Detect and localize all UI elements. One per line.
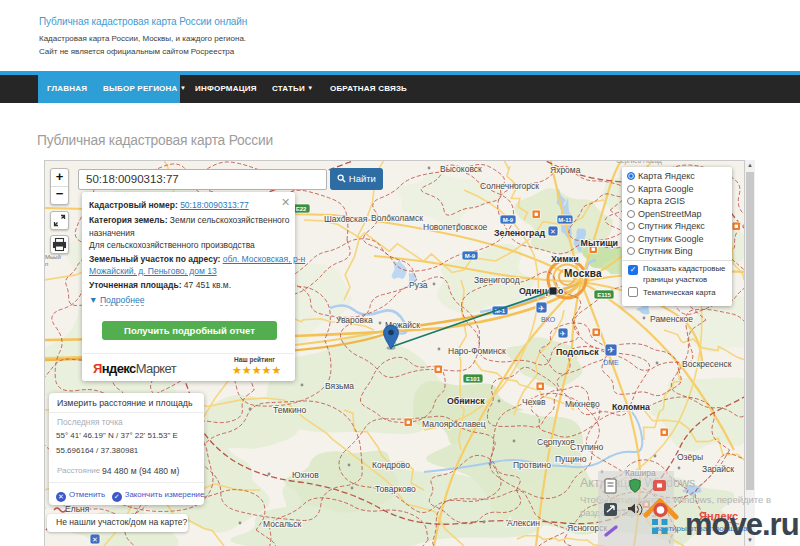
svg-text:E22: E22 bbox=[296, 206, 307, 212]
svg-text:Раменское: Раменское bbox=[650, 314, 693, 324]
svg-text:Протвино: Протвино bbox=[513, 460, 551, 470]
svg-text:М-11: М-11 bbox=[558, 217, 572, 223]
svg-text:DME: DME bbox=[603, 359, 619, 366]
svg-text:Волоколамск: Волоколамск bbox=[371, 213, 423, 223]
svg-text:М-9: М-9 bbox=[465, 253, 476, 259]
svg-text:E115: E115 bbox=[597, 292, 611, 298]
svg-text:Кондрово: Кондрово bbox=[372, 460, 410, 470]
svg-text:Москва: Москва bbox=[564, 268, 602, 279]
svg-text:Озёры: Озёры bbox=[677, 452, 703, 462]
svg-text:Подольск: Подольск bbox=[556, 347, 599, 357]
svg-text:E101: E101 bbox=[466, 376, 481, 382]
svg-text:Мьый: Мьый bbox=[45, 254, 61, 260]
svg-text:Шаховская: Шаховская bbox=[324, 214, 368, 224]
svg-text:Темкино: Темкино bbox=[273, 405, 306, 415]
svg-text:Мосальск: Мосальск bbox=[263, 519, 302, 529]
svg-text:Пущино: Пущино bbox=[555, 454, 587, 464]
svg-text:✕: ✕ bbox=[92, 536, 98, 543]
svg-text:Яхрома: Яхрома bbox=[550, 165, 581, 175]
svg-text:М-9: М-9 bbox=[503, 217, 514, 223]
svg-text:Наро-Фоминск: Наро-Фоминск bbox=[448, 346, 506, 356]
svg-text:Солнечногорск: Солнечногорск bbox=[480, 181, 539, 191]
svg-text:Товарково: Товарково bbox=[375, 484, 416, 494]
svg-text:Высоковск: Высоковск bbox=[440, 164, 482, 174]
svg-text:Зеленоград: Зеленоград bbox=[494, 228, 545, 238]
svg-text:Звенигород: Звенигород bbox=[474, 275, 520, 285]
svg-text:✈: ✈ bbox=[607, 345, 615, 355]
svg-text:✕: ✕ bbox=[550, 228, 556, 235]
svg-text:Ступино: Ступино bbox=[570, 442, 603, 452]
svg-text:Новопетровское: Новопетровское bbox=[423, 222, 488, 232]
svg-text:Коломна: Коломна bbox=[612, 402, 650, 412]
svg-text:Обнинск: Обнинск bbox=[447, 396, 485, 406]
svg-text:Уваровка: Уваровка bbox=[336, 315, 373, 325]
svg-text:Вязьма: Вязьма bbox=[325, 381, 354, 391]
svg-text:Алексин: Алексин bbox=[507, 518, 540, 528]
svg-text:Михнево: Михнево bbox=[565, 399, 600, 409]
svg-text:Руза: Руза bbox=[409, 280, 428, 290]
svg-text:✈: ✈ bbox=[538, 304, 545, 313]
svg-text:✈: ✈ bbox=[560, 330, 566, 337]
svg-text:Мытищи: Мытищи bbox=[581, 238, 618, 248]
svg-text:Воскресенск: Воскресенск bbox=[682, 359, 732, 369]
svg-text:Чехов: Чехов bbox=[522, 397, 546, 407]
svg-text:Малоярославец: Малоярославец bbox=[422, 419, 486, 429]
svg-text:Химки: Химки bbox=[551, 254, 579, 264]
svg-text:п: п bbox=[45, 261, 48, 267]
svg-text:Ельня: Ельня bbox=[65, 504, 90, 514]
svg-text:ВКО: ВКО bbox=[541, 316, 556, 323]
svg-text:Юхнов: Юхнов bbox=[292, 470, 319, 480]
